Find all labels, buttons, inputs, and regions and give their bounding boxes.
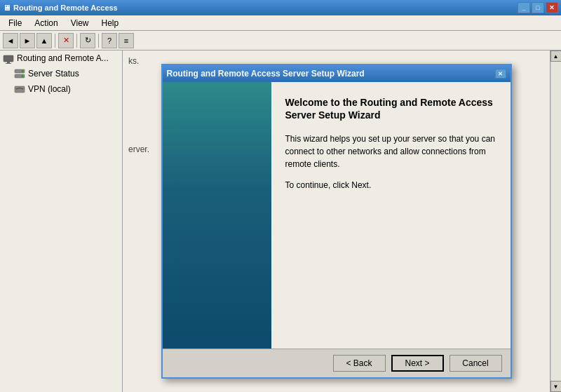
sidebar-root-label: Routing and Remote A... <box>17 53 109 63</box>
scroll-track[interactable] <box>551 62 561 381</box>
maximize-button[interactable]: □ <box>532 2 544 13</box>
dialog-welcome-title: Welcome to the Routing and Remote Access… <box>285 96 496 121</box>
toolbar-separator-2 <box>76 34 77 48</box>
svg-point-6 <box>22 75 23 76</box>
scrollbar: ▲ ▼ <box>550 50 561 392</box>
toolbar-refresh[interactable]: ↻ <box>80 33 95 48</box>
toolbar-separator-3 <box>98 34 99 48</box>
scroll-down-button[interactable]: ▼ <box>550 381 562 392</box>
dialog-body: Welcome to the Routing and Remote Access… <box>163 82 511 349</box>
network-icon <box>3 53 14 64</box>
server-status-icon <box>14 68 25 79</box>
vpn-icon <box>14 83 25 95</box>
next-button[interactable]: Next > <box>391 355 444 372</box>
toolbar-separator-1 <box>55 34 55 48</box>
dialog-title: Routing and Remote Access Server Setup W… <box>167 69 365 79</box>
sidebar-vpn-label: VPN (local) <box>28 84 71 94</box>
right-panel: ks. erver. Routing and Remote Access Ser… <box>123 50 550 392</box>
toolbar-forward[interactable]: ► <box>20 33 35 48</box>
sidebar-server-label: Server Status <box>28 69 79 79</box>
sidebar-server-status[interactable]: Server Status <box>0 66 122 81</box>
menu-bar: File Action View Help <box>0 15 561 31</box>
svg-rect-0 <box>4 55 13 62</box>
svg-point-5 <box>22 70 23 72</box>
dialog-close-button[interactable]: ✕ <box>495 69 506 79</box>
title-bar: 🖥 Routing and Remote Access _ □ ✕ <box>0 0 561 15</box>
minimize-button[interactable]: _ <box>518 2 530 13</box>
svg-rect-7 <box>15 86 25 93</box>
dialog-title-bar: Routing and Remote Access Server Setup W… <box>163 65 511 82</box>
dialog-body-text2: To continue, click Next. <box>285 179 496 191</box>
dialog-overlay: Routing and Remote Access Server Setup W… <box>123 50 550 392</box>
right-text-2: erver. <box>128 144 149 154</box>
back-button[interactable]: < Back <box>333 355 386 372</box>
dialog-right-panel: Welcome to the Routing and Remote Access… <box>271 82 511 349</box>
scroll-up-button[interactable]: ▲ <box>550 50 562 62</box>
toolbar-help[interactable]: ? <box>102 33 117 48</box>
menu-action[interactable]: Action <box>29 17 63 29</box>
sidebar-vpn[interactable]: VPN (local) <box>0 81 122 97</box>
window-title: Routing and Remote Access <box>13 4 118 12</box>
toolbar-up[interactable]: ▲ <box>36 33 52 48</box>
cancel-button[interactable]: Cancel <box>450 355 502 372</box>
right-text-1: ks. <box>128 56 139 66</box>
toolbar-list[interactable]: ≡ <box>119 33 134 48</box>
app-icon: 🖥 <box>3 4 11 12</box>
toolbar: ◄ ► ▲ ✕ ↻ ? ≡ <box>0 31 561 50</box>
svg-rect-1 <box>7 62 10 63</box>
setup-wizard-dialog: Routing and Remote Access Server Setup W… <box>161 64 512 379</box>
menu-help[interactable]: Help <box>96 17 125 29</box>
toolbar-delete[interactable]: ✕ <box>58 33 74 48</box>
dialog-footer: < Back Next > Cancel <box>163 349 511 377</box>
svg-rect-2 <box>6 63 11 64</box>
toolbar-back[interactable]: ◄ <box>3 33 18 48</box>
sidebar: Routing and Remote A... Server Status VP… <box>0 50 123 392</box>
dialog-body-text1: This wizard helps you set up your server… <box>285 133 496 170</box>
dialog-left-panel <box>163 82 271 349</box>
main-area: Routing and Remote A... Server Status VP… <box>0 50 561 392</box>
sidebar-root[interactable]: Routing and Remote A... <box>0 50 122 66</box>
menu-view[interactable]: View <box>65 17 95 29</box>
close-button[interactable]: ✕ <box>546 2 558 13</box>
menu-file[interactable]: File <box>3 17 27 29</box>
